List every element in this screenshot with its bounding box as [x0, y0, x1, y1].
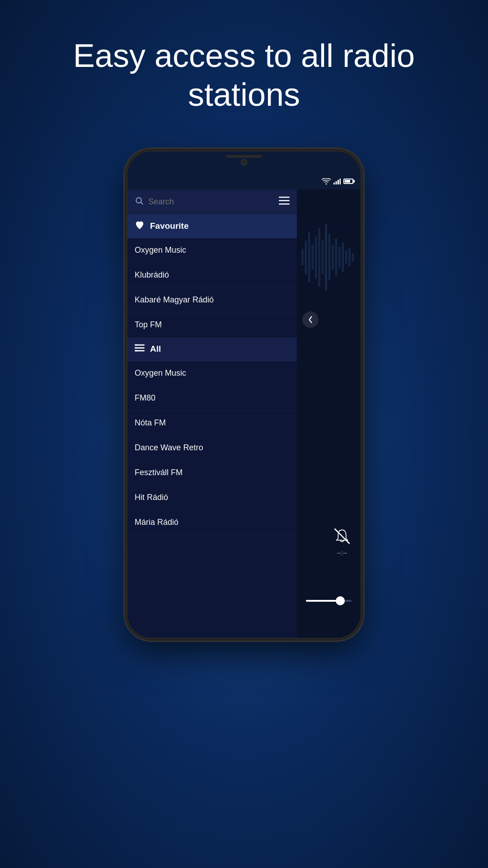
svg-rect-7: [279, 197, 290, 198]
station-name: Mária Rádió: [135, 518, 178, 527]
list-icon: [135, 344, 145, 354]
station-name: Oxygen Music: [135, 245, 186, 255]
svg-rect-30: [348, 248, 351, 266]
station-hit-radio[interactable]: Hit Rádió: [127, 486, 297, 510]
station-name: Nóta FM: [135, 418, 166, 428]
search-input[interactable]: [148, 197, 290, 207]
svg-rect-15: [135, 350, 137, 351]
station-name: Fesztiváll FM: [135, 468, 183, 477]
status-icons: [322, 178, 353, 184]
no-bell-icon: [333, 527, 352, 546]
phone-speaker: [226, 155, 262, 158]
category-all[interactable]: All: [127, 338, 297, 361]
svg-rect-26: [335, 238, 337, 276]
station-maria-radio[interactable]: Mária Rádió: [127, 510, 297, 535]
page-headline: Easy access to all radio stations: [0, 36, 488, 114]
waveform-visualization: [297, 212, 361, 302]
svg-point-5: [136, 198, 141, 203]
station-name: FM80: [135, 393, 155, 403]
svg-rect-29: [345, 251, 347, 264]
favourite-label: Favourite: [150, 221, 189, 231]
svg-rect-3: [338, 180, 339, 184]
phone-camera: [241, 159, 247, 165]
volume-slider-track[interactable]: [306, 600, 352, 602]
battery-icon: [343, 179, 353, 184]
station-name: Kabaré Magyar Rádió: [135, 295, 214, 305]
svg-rect-25: [332, 245, 334, 270]
volume-slider-thumb[interactable]: [336, 596, 345, 605]
station-klubradio[interactable]: Klubrádió: [127, 263, 297, 288]
station-kabare[interactable]: Kabaré Magyar Rádió: [127, 288, 297, 313]
station-oxygen-music-fav[interactable]: Oxygen Music: [127, 238, 297, 263]
svg-line-32: [335, 529, 349, 543]
station-dance-wave-retro[interactable]: Dance Wave Retro: [127, 436, 297, 461]
svg-rect-16: [301, 249, 304, 265]
svg-rect-24: [328, 234, 331, 280]
svg-rect-2: [336, 181, 337, 184]
station-top-fm[interactable]: Top FM: [127, 313, 297, 338]
phone-frame: Favourite Oxygen Music Klubrádió Kabaré …: [127, 151, 361, 639]
status-bar: [127, 173, 361, 189]
all-label: All: [150, 344, 161, 354]
category-favourite[interactable]: Favourite: [127, 215, 297, 238]
station-nota-fm[interactable]: Nóta FM: [127, 411, 297, 436]
waveform-svg: [301, 212, 356, 302]
station-oxygen-music-all[interactable]: Oxygen Music: [127, 361, 297, 386]
station-name: Oxygen Music: [135, 368, 186, 378]
station-fm80[interactable]: FM80: [127, 386, 297, 411]
power-button: [361, 224, 361, 251]
svg-rect-21: [318, 228, 320, 287]
svg-rect-18: [308, 232, 310, 283]
svg-rect-13: [135, 347, 137, 349]
svg-rect-31: [352, 253, 354, 261]
signal-icon: [333, 178, 341, 184]
wifi-icon: [322, 178, 331, 184]
sleep-time-label: --:--: [337, 549, 347, 557]
svg-rect-22: [322, 241, 324, 274]
collapse-arrow[interactable]: [302, 311, 319, 328]
station-name: Hit Rádió: [135, 493, 168, 502]
battery-fill: [345, 180, 350, 183]
phone-top-bar: [127, 151, 361, 173]
svg-rect-27: [338, 247, 341, 268]
sleep-timer-area[interactable]: --:--: [333, 527, 352, 557]
svg-line-6: [141, 203, 143, 205]
svg-rect-11: [135, 344, 137, 346]
volume-slider-fill: [306, 600, 340, 602]
station-name: Top FM: [135, 320, 162, 330]
svg-rect-20: [315, 236, 317, 278]
svg-rect-17: [305, 241, 307, 274]
svg-rect-4: [340, 179, 341, 184]
search-bar[interactable]: [127, 189, 297, 215]
left-panel: Favourite Oxygen Music Klubrádió Kabaré …: [127, 189, 297, 638]
search-icon: [135, 196, 144, 208]
svg-rect-28: [342, 242, 344, 272]
station-name: Dance Wave Retro: [135, 443, 203, 453]
volume-slider-area[interactable]: [306, 600, 352, 602]
menu-icon[interactable]: [279, 197, 290, 207]
svg-point-0: [326, 183, 327, 184]
app-content: Favourite Oxygen Music Klubrádió Kabaré …: [127, 189, 361, 638]
svg-rect-8: [279, 200, 290, 202]
right-panel: --:--: [297, 189, 361, 638]
svg-rect-23: [325, 223, 327, 291]
station-name: Klubrádió: [135, 270, 169, 280]
svg-rect-9: [279, 203, 290, 205]
svg-rect-1: [333, 183, 335, 184]
heart-icon: [135, 221, 145, 232]
station-fesztival-fm[interactable]: Fesztiváll FM: [127, 461, 297, 486]
svg-rect-19: [311, 245, 314, 270]
